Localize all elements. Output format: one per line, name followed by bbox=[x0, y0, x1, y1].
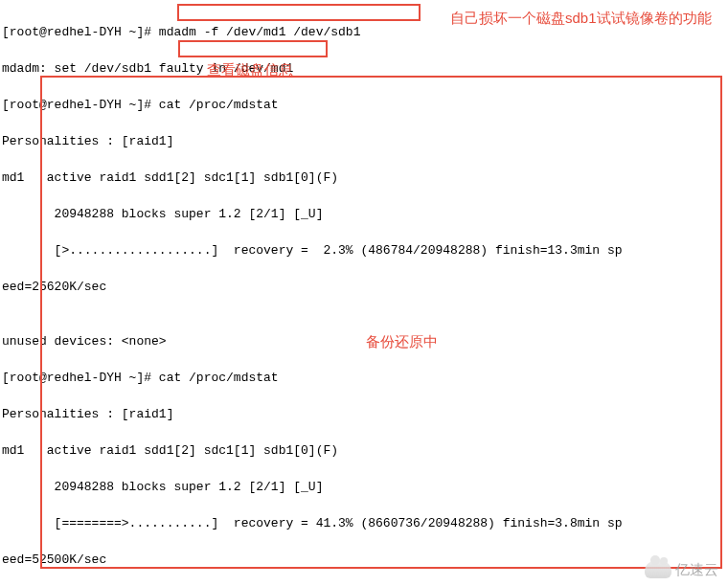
terminal-line: eed=52500K/sec bbox=[2, 551, 726, 569]
cloud-icon bbox=[645, 561, 671, 578]
watermark-text: 亿速云 bbox=[675, 560, 718, 578]
terminal-line: md1 active raid1 sdd1[2] sdc1[1] sdb1[0]… bbox=[2, 441, 726, 460]
terminal-line: 20948288 blocks super 1.2 [2/1] [_U] bbox=[2, 205, 726, 223]
terminal-line: unused devices: <none> bbox=[2, 332, 726, 350]
terminal-line: eed=25620K/sec bbox=[2, 278, 726, 296]
terminal-line: [>...................] recovery = 2.3% (… bbox=[2, 241, 726, 259]
terminal-line: 20948288 blocks super 1.2 [2/1] [_U] bbox=[2, 478, 726, 496]
terminal-line: Personalities : [raid1] bbox=[2, 405, 726, 423]
annotation-fault-disk: 自己损坏一个磁盘sdb1试试镜像卷的功能 bbox=[450, 8, 718, 30]
terminal-line: [root@redhel-DYH ~]# cat /proc/mdstat bbox=[2, 369, 726, 387]
terminal-line: mdadm: set /dev/sdb1 faulty in /dev/md1 bbox=[2, 59, 726, 78]
terminal-line: [========>...........] recovery = 41.3% … bbox=[2, 514, 726, 532]
annotation-backup-restore: 备份还原中 bbox=[366, 331, 438, 353]
annotation-check-disk: 查看磁盘信息 bbox=[207, 59, 293, 81]
terminal-line: [root@redhel-DYH ~]# cat /proc/mdstat bbox=[2, 96, 726, 114]
terminal-line: md1 active raid1 sdd1[2] sdc1[1] sdb1[0]… bbox=[2, 169, 726, 187]
watermark: 亿速云 bbox=[645, 560, 718, 578]
terminal-line: Personalities : [raid1] bbox=[2, 132, 726, 150]
terminal-output: [root@redhel-DYH ~]# mdadm -f /dev/md1 /… bbox=[0, 0, 728, 586]
